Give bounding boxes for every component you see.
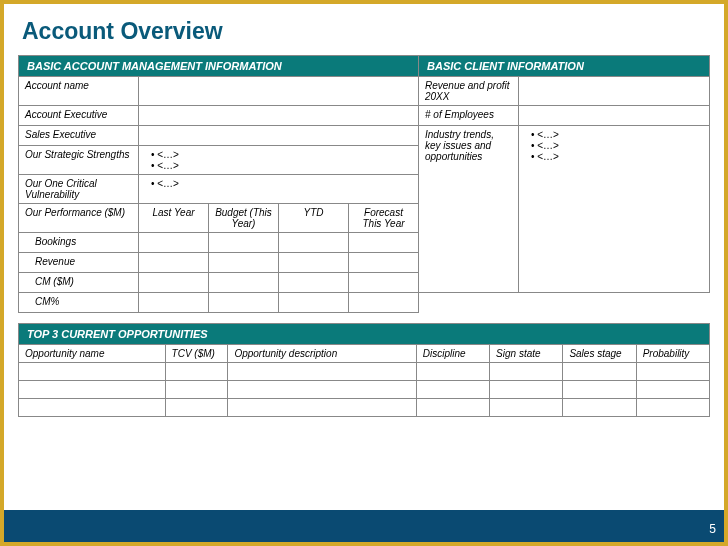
perf-cell: [139, 273, 209, 293]
perf-cell: [139, 293, 209, 313]
perf-row-revenue: Revenue: [19, 253, 139, 273]
perf-cell: [209, 293, 279, 313]
perf-cell: [279, 273, 349, 293]
perf-row-cm-m: CM ($M): [19, 273, 139, 293]
account-info-table: BASIC ACCOUNT MANAGEMENT INFORMATION BAS…: [18, 55, 710, 313]
page-number: 5: [709, 522, 716, 536]
perf-col: Budget (This Year): [209, 204, 279, 233]
page-title: Account Overview: [18, 18, 710, 45]
label-strengths: Our Strategic Strengths: [19, 146, 139, 175]
label-account-exec: Account Executive: [19, 106, 139, 126]
trend-bullet: <…>: [531, 151, 703, 162]
value-strengths: <…> <…>: [139, 146, 419, 175]
perf-cell: [279, 293, 349, 313]
value-account-exec: [139, 106, 419, 126]
table-row: [19, 399, 710, 417]
perf-cell: [209, 253, 279, 273]
label-sales-exec: Sales Executive: [19, 126, 139, 146]
perf-cell: [209, 233, 279, 253]
label-industry-trends: Industry trends, key issues and opportun…: [419, 126, 519, 293]
value-industry-trends: <…> <…> <…>: [519, 126, 710, 293]
opps-col: Discipline: [416, 345, 489, 363]
label-revenue-profit: Revenue and profit 20XX: [419, 77, 519, 106]
table-row: [19, 381, 710, 399]
perf-cell: [349, 233, 419, 253]
perf-col: Last Year: [139, 204, 209, 233]
value-account-name: [139, 77, 419, 106]
value-vulnerability: <…>: [139, 175, 419, 204]
value-revenue-profit: [519, 77, 710, 106]
perf-cell: [139, 233, 209, 253]
label-employees: # of Employees: [419, 106, 519, 126]
opps-header: TOP 3 CURRENT OPPORTUNITIES: [19, 324, 710, 345]
opps-col: Opportunity name: [19, 345, 166, 363]
perf-cell: [349, 253, 419, 273]
footer-band: 5: [4, 510, 724, 542]
opps-col: Opportunity description: [228, 345, 416, 363]
table-row: [19, 363, 710, 381]
perf-cell: [279, 253, 349, 273]
label-vulnerability: Our One Critical Vulnerability: [19, 175, 139, 204]
label-performance: Our Performance ($M): [19, 204, 139, 233]
perf-cell: [349, 273, 419, 293]
perf-row-cm-pct: CM%: [19, 293, 139, 313]
label-account-name: Account name: [19, 77, 139, 106]
vuln-bullet: <…>: [151, 178, 412, 189]
opps-col: Probability: [636, 345, 709, 363]
value-employees: [519, 106, 710, 126]
opps-col: TCV ($M): [165, 345, 228, 363]
opportunities-table: TOP 3 CURRENT OPPORTUNITIES Opportunity …: [18, 323, 710, 417]
trend-bullet: <…>: [531, 140, 703, 151]
perf-cell: [279, 233, 349, 253]
strength-bullet: <…>: [151, 160, 412, 171]
perf-col: YTD: [279, 204, 349, 233]
perf-col: Forecast This Year: [349, 204, 419, 233]
section-header-left: BASIC ACCOUNT MANAGEMENT INFORMATION: [19, 56, 419, 77]
perf-cell: [209, 273, 279, 293]
opps-col: Sign state: [490, 345, 563, 363]
opps-col: Sales stage: [563, 345, 636, 363]
section-header-right: BASIC CLIENT INFORMATION: [419, 56, 710, 77]
strength-bullet: <…>: [151, 149, 412, 160]
perf-cell: [349, 293, 419, 313]
perf-row-bookings: Bookings: [19, 233, 139, 253]
perf-cell: [139, 253, 209, 273]
value-sales-exec: [139, 126, 419, 146]
trend-bullet: <…>: [531, 129, 703, 140]
